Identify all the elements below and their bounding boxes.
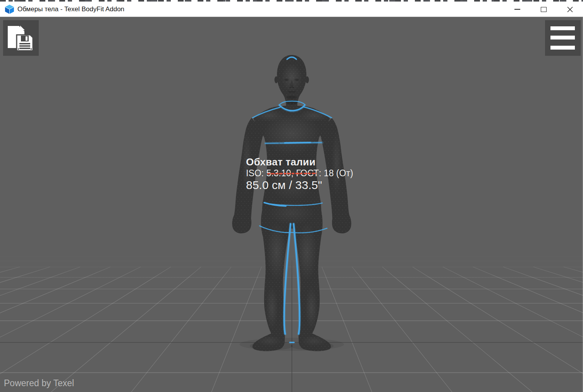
close-icon [567,6,573,13]
window-title: Обмеры тела - Texel BodyFit Addon [17,5,124,13]
menu-icon [545,20,581,56]
floor-grid [0,248,583,392]
app-window: Обмеры тела - Texel BodyFit Addon [0,0,583,392]
maximize-icon [541,7,547,12]
close-button[interactable] [557,2,583,17]
menu-button[interactable] [545,20,581,56]
save-report-button[interactable] [3,20,39,56]
body-mesh-model[interactable] [230,52,354,354]
branding-text: Powered by Texel [4,378,74,389]
body-mesh-shading [230,52,354,354]
clipped-text-marks [0,0,583,2]
app-cube-icon [5,5,14,14]
measurement-value: 85.0 см / 33.5" [246,179,353,191]
measurement-name: Обхват талии [246,156,353,167]
minimize-button[interactable] [504,2,530,17]
window-controls [504,2,583,17]
titlebar: Обмеры тела - Texel BodyFit Addon [0,2,583,17]
save-report-icon [3,20,39,56]
minimize-icon [514,9,520,10]
scan-viewport[interactable]: Обхват талии ISO: 5.3.10, ГОСТ: 18 (От) … [0,17,583,392]
maximize-button[interactable] [530,2,557,17]
